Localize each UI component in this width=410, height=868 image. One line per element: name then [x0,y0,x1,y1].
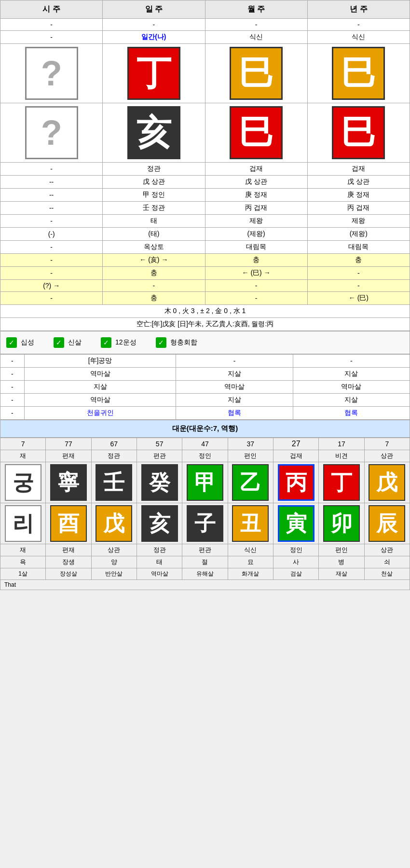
daeun-bot-0: 리 [0,503,46,544]
rel2-2-wol: 庚 정재 [205,189,307,202]
daeun-numbers-row: 7 77 67 57 47 37 27 17 7 [0,438,410,450]
chung3-si: (?) → [0,280,103,292]
char-box-nyeon-bot: 巳 [332,106,385,159]
dash-wol: - [205,19,307,31]
daeun-labels-row: 재 편재 정관 편관 정인 편인 겁재 비견 상관 [0,450,410,462]
checkbox-12un-label: 12운성 [115,338,137,347]
daeun-label-5: 편인 [228,450,273,462]
daeun-rel2-8: 쇠 [364,556,410,568]
checkbox-hyeong[interactable]: ✓ 형충회합 [156,337,197,348]
daeun-char-bot-6: 寅 [278,505,314,542]
shinsal-0-nyeon: - [293,355,410,368]
char-top-il: 丁 [103,44,205,103]
daeun-rel2-5: 묘 [228,556,273,568]
shinsal-2-nyeon: 역마살 [293,381,410,394]
daeun-num-8: 7 [364,438,410,450]
chung4-nyeon: ← (巳) [307,292,410,305]
daeun-sal1-5: 화개살 [228,568,273,580]
daeun-char-bot-1: 酉 [50,505,87,542]
rel2-3-il: 壬 정관 [103,202,205,215]
rel2-1-il: 戊 상관 [103,176,205,189]
shinsal-2-il: 지살 [24,381,176,394]
daeun-char-top-3: 癸 [141,464,178,501]
shinsal-4-si: - [0,407,25,420]
checkbox-sipseong[interactable]: ✓ 십성 [6,337,34,348]
shinsal-row-1: - 역마살 지살 지살 [0,368,410,381]
shinsal-3-il: 역마살 [24,394,176,407]
daeun-top-8: 戊 [364,462,410,503]
daeun-label-2: 정관 [91,450,137,462]
daeun-bot-chars-row: 리 酉 戊 亥 子 丑 寅 卯 辰 [0,503,410,544]
status1-nyeon: 제왕 [307,215,410,228]
shinsal-3-si: - [0,394,25,407]
rel2-3-row: -- 壬 정관 丙 겁재 丙 겁재 [0,202,410,215]
daeun-bot-2: 戊 [91,503,137,544]
daeun-rel2-2: 양 [91,556,137,568]
checkbox-12un[interactable]: ✓ 12운성 [101,337,137,348]
char-bot-nyeon: 巳 [307,103,410,163]
shinsal-1-nyeon: 지살 [293,368,410,381]
chung2-il: 충 [103,267,205,280]
daeun-top-3: 癸 [137,462,182,503]
status3-row: - 옥상토 대림목 대림목 [0,241,410,254]
daeun-label-4: 정인 [182,450,228,462]
shinsal-4-wol: 협록 [176,407,293,420]
shinsal-1-il: 역마살 [24,368,176,381]
daeun-char-bot-7: 卯 [323,505,360,542]
chung3-il: - [103,280,205,292]
daeun-sal1-1: 장성살 [46,568,91,580]
daeun-top-5: 乙 [228,462,273,503]
chung4-row: - 충 - ← (巳) [0,292,410,305]
gong-text: 空亡:[年]戊亥 [日]午未, 天乙貴人:亥酉, 월령:丙 [0,318,410,331]
shinsal-3-nyeon: 지살 [293,394,410,407]
daeun-rel1-4: 편관 [182,544,228,556]
status1-wol: 제왕 [205,215,307,228]
shinsal-row-3: - 역마살 지살 지살 [0,394,410,407]
shinsal-2-si: - [0,381,25,394]
char-bot-il: 亥 [103,103,205,163]
char-top-row: ? 丁 巳 巳 [0,44,410,103]
check-sipseong-icon: ✓ [6,337,17,348]
checkbox-sinsal[interactable]: ✓ 신살 [54,337,82,348]
rel2-3-wol: 丙 겁재 [205,202,307,215]
daeun-label-1: 편재 [46,450,91,462]
daeun-char-bot-5: 丑 [232,505,269,542]
shinsal-4-nyeon: 협록 [293,407,410,420]
rel2-3-si: -- [0,202,103,215]
char-bot-si: ? [0,103,103,163]
rel2-2-nyeon: 庚 정재 [307,189,410,202]
daeun-sal1-4: 유해살 [182,568,228,580]
chung3-wol: - [205,280,307,292]
daeun-char-top-4: 甲 [187,464,223,501]
daeun-char-top-5: 乙 [232,464,269,501]
daeun-top-6: 丙 [273,462,318,503]
daeun-rel1-0: 재 [0,544,46,556]
chung2-wol: ← (巳) → [205,267,307,280]
char-box-si-bot: ? [25,106,78,159]
rel1-row: - 정관 겁재 겁재 [0,163,410,176]
chung3-nyeon: - [307,280,410,292]
chung1-si: - [0,254,103,267]
daeun-rel2-4: 절 [182,556,228,568]
status2-row: (-) (태) (제왕) (제왕) [0,228,410,241]
daeun-sal1-row: 1살 장성살 반안살 역마살 유해살 화개살 검살 재살 천살 [0,568,410,580]
daeun-top-1: 寧 [46,462,91,503]
rel2-2-si: -- [0,189,103,202]
daeun-bot-1: 酉 [46,503,91,544]
rel2-1-si: -- [0,176,103,189]
elements-text: 木 0 , 火 3 , ± 2 , 金 0 , 水 1 [0,305,410,318]
daeun-char-bot-2: 戊 [96,505,132,542]
char-top-wol: 巳 [205,44,307,103]
daeun-char-bot-4: 子 [187,505,223,542]
daeun-char-bot-8: 辰 [369,505,405,542]
daeun-label-0: 재 [0,450,46,462]
rel2-1-row: -- 戊 상관 戊 상관 戊 상관 [0,176,410,189]
dash-row: - - - - [0,19,410,31]
daeun-rel2-7: 병 [319,556,364,568]
shinsal-0-il: [年]공망 [24,355,176,368]
daeun-label-3: 편관 [137,450,182,462]
shinsal-0-si: - [0,355,25,368]
daeun-rel2-6: 사 [273,556,318,568]
chung2-nyeon: - [307,267,410,280]
char-box-wol-bot: 巳 [230,106,283,159]
